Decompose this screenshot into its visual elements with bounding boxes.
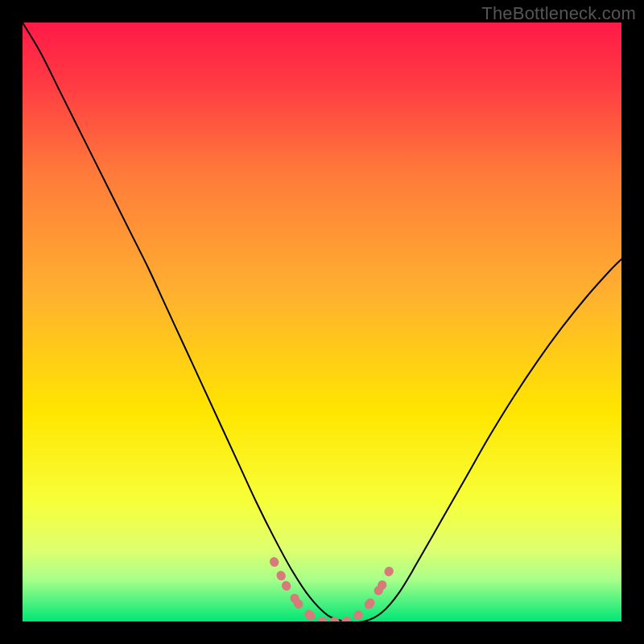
chart-frame: TheBottleneck.com: [0, 0, 644, 644]
chart-background: [23, 23, 621, 621]
watermark-text: TheBottleneck.com: [481, 3, 636, 24]
chart-canvas: [23, 23, 621, 621]
chart-svg: [23, 23, 621, 621]
